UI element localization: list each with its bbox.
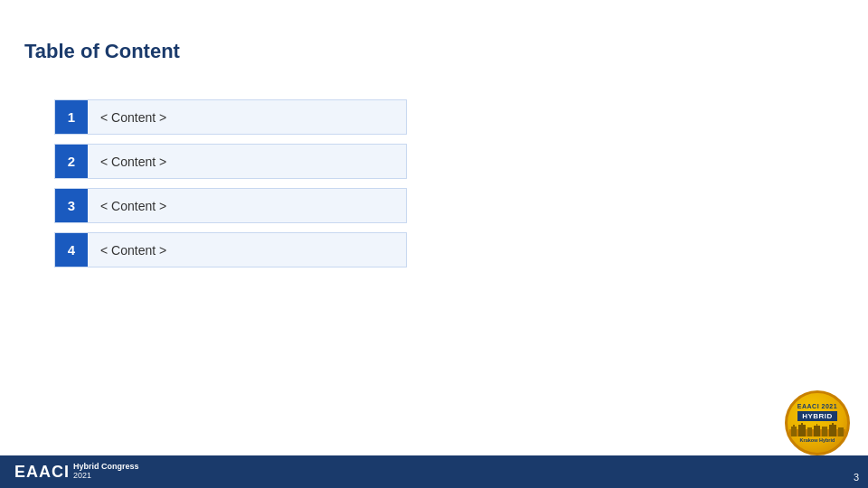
svg-rect-6 (814, 426, 820, 436)
svg-rect-1 (791, 427, 797, 436)
table-row: 3 < Content > (54, 188, 407, 223)
badge-seal: EAACI 2021 HYBRID Krakow Hybrid (785, 390, 850, 455)
badge-hybrid-text: HYBRID (797, 411, 837, 421)
svg-rect-4 (801, 423, 803, 425)
table-row: 4 < Content > (54, 232, 407, 267)
row-label-4: < Content > (88, 233, 406, 267)
row-label-2: < Content > (88, 145, 406, 178)
badge-circle: EAACI 2021 HYBRID Krakow Hybrid (785, 390, 850, 455)
table-row: 1 < Content > (54, 99, 407, 135)
svg-rect-3 (798, 425, 806, 436)
row-number-1: 1 (55, 100, 88, 134)
row-label-3: < Content > (88, 189, 406, 222)
row-number-2: 2 (55, 145, 88, 178)
footer: EAACI Hybrid Congress 2021 (0, 455, 868, 488)
badge-top-text: EAACI 2021 (797, 403, 837, 410)
page-number: 3 (854, 472, 859, 483)
svg-rect-7 (816, 424, 817, 426)
footer-logo-eaaci: EAACI (14, 463, 70, 482)
badge-bottom-text: Krakow Hybrid (800, 437, 835, 443)
table-row: 2 < Content > (54, 144, 407, 179)
svg-rect-10 (832, 423, 834, 425)
badge-city-icon (789, 422, 845, 436)
row-number-4: 4 (55, 233, 88, 267)
svg-rect-2 (793, 425, 795, 427)
content-list: 1 < Content > 2 < Content > 3 < Content … (54, 99, 407, 267)
svg-rect-8 (822, 427, 827, 436)
footer-logo-text: Hybrid Congress 2021 (73, 463, 139, 481)
footer-year-label: 2021 (73, 472, 139, 481)
svg-rect-11 (838, 427, 844, 436)
svg-rect-9 (829, 425, 836, 436)
page-title: Table of Content (24, 40, 180, 63)
row-number-3: 3 (55, 189, 88, 222)
footer-logo: EAACI Hybrid Congress 2021 (14, 463, 139, 482)
svg-rect-5 (807, 427, 812, 436)
row-label-1: < Content > (88, 100, 406, 134)
